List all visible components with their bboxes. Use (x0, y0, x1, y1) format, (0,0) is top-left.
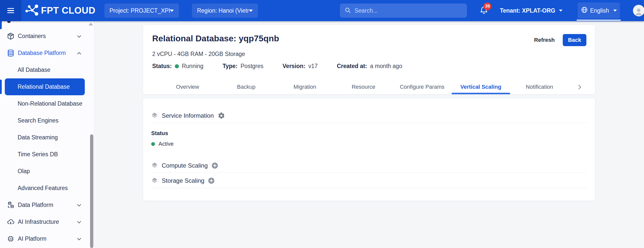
sidebar-item-data-streaming[interactable]: Data Streaming (0, 129, 94, 146)
tab-resource[interactable]: Resource (334, 80, 393, 94)
brand-logo[interactable]: FPT CLOUD (25, 4, 95, 17)
sidebar-scroll-up-arrow[interactable] (89, 23, 93, 25)
section-divider (151, 173, 587, 173)
cloud-ai-icon (7, 218, 15, 226)
compute-scaling-section: Compute Scaling (151, 159, 587, 173)
tenant-label: Tenant: XPLAT-ORG (500, 7, 555, 14)
add-storage-scaling-button[interactable] (208, 177, 215, 184)
sidebar-item-ai-infrastructure[interactable]: AI Infrastructure (0, 213, 94, 230)
sidebar-item-containers[interactable]: Containers (0, 28, 94, 45)
sidebar-item-non-relational-database[interactable]: Non-Relational Database (0, 95, 94, 112)
sidebar-item-advanced-features[interactable]: Advanced Features (0, 180, 94, 197)
created-at-value: a month ago (370, 63, 402, 70)
chevron-down-icon (77, 219, 81, 223)
meta-version: Version: v17 (283, 63, 318, 70)
chevron-down-icon (77, 236, 81, 240)
hamburger-icon (7, 8, 14, 13)
tab-overview[interactable]: Overview (158, 80, 217, 94)
tab-bar: Overview Backup Migration Resource Confi… (143, 80, 595, 94)
status-value: Running (182, 63, 204, 70)
created-at-label: Created at: (337, 63, 367, 70)
add-compute-scaling-button[interactable] (212, 162, 218, 169)
chevron-down-icon (77, 34, 81, 38)
sidebar-item-label: AI Infrastructure (18, 219, 78, 225)
panel-status-label: Status (151, 130, 587, 137)
plus-circle-icon (212, 162, 218, 169)
notifications-button[interactable]: 39 (479, 6, 488, 16)
sidebar-menu: Containers Database Platform All Databas… (0, 21, 94, 247)
sidebar-item-label: Non-Relational Database (18, 100, 82, 107)
gear-icon (218, 112, 225, 119)
tab-configure-params[interactable]: Configure Params (393, 80, 452, 94)
sidebar-item-database-platform[interactable]: Database Platform (0, 45, 94, 61)
project-selector-value: Project: PROJECT_XPL... (109, 7, 170, 14)
search-input[interactable] (354, 7, 462, 14)
chip-icon: AI (7, 235, 15, 243)
instance-meta-row: Status: Running Type: Postgres Version: … (143, 57, 595, 70)
header-actions: Refresh Back (534, 34, 586, 46)
service-settings-button[interactable] (218, 112, 225, 119)
plus-circle-icon (208, 177, 215, 184)
caret-down-icon (249, 10, 253, 12)
language-label: English (590, 7, 609, 14)
sidebar-item-label: Olap (18, 168, 80, 175)
sidebar-item-label: Relational Database (18, 83, 71, 90)
sidebar-item-time-series-db[interactable]: Time Series DB (0, 146, 94, 163)
storage-scaling-section: Storage Scaling (151, 173, 587, 188)
sidebar-item-label: Time Series DB (18, 151, 80, 158)
project-selector[interactable]: Project: PROJECT_XPL... (104, 4, 179, 18)
sidebar-item-relational-database[interactable]: Relational Database (5, 78, 85, 95)
sidebar-item-label: AI Platform (18, 235, 78, 242)
vertical-scaling-panel: Service Information Status Active Comput… (143, 98, 595, 201)
section-title: Service Information (162, 112, 214, 119)
refresh-button[interactable]: Refresh (534, 37, 555, 43)
sidebar-item-data-platform[interactable]: Data Platform (0, 197, 94, 213)
version-value: v17 (308, 63, 318, 70)
sidebar-item-search-engines[interactable]: Search Engines (0, 112, 94, 129)
status-label: Status: (152, 63, 172, 70)
status-dot-icon (175, 64, 179, 68)
layers-icon (151, 162, 158, 170)
back-button[interactable]: Back (563, 34, 586, 46)
tenant-selector[interactable]: Tenant: XPLAT-ORG (500, 7, 562, 14)
top-navbar: FPT CLOUD Project: PROJECT_XPL... Region… (0, 0, 644, 21)
sidebar-item-label: Data Platform (18, 202, 78, 208)
layers-icon (151, 112, 158, 120)
type-label: Type: (223, 63, 238, 70)
sidebar-item-partial-icon (7, 21, 11, 23)
database-header-card: Relational Database: yqp75qnb Refresh Ba… (143, 25, 595, 95)
fpt-molecule-icon (25, 4, 38, 17)
notification-count-badge: 39 (484, 3, 491, 10)
page-title: Relational Database: yqp75qnb (152, 34, 279, 43)
tab-vertical-scaling[interactable]: Vertical Scaling (452, 80, 510, 94)
region-selector[interactable]: Region: Hanoi (Vietna... (192, 4, 258, 18)
search-icon (344, 7, 351, 15)
globe-icon (581, 6, 588, 15)
tabs-overflow-button[interactable] (569, 80, 589, 94)
sidebar-item-label: Database Platform (18, 50, 78, 56)
sidebar-item-label: Containers (18, 33, 78, 40)
menu-toggle-button[interactable] (0, 0, 21, 21)
chevron-up-icon (77, 52, 81, 56)
tab-notification[interactable]: Notification (510, 80, 569, 94)
sidebar-item-olap[interactable]: Olap (0, 163, 94, 180)
language-selector-wrap: English (578, 3, 620, 19)
sidebar-item-label: Advanced Features (18, 185, 80, 192)
language-selector[interactable]: English (578, 3, 620, 19)
caret-down-icon (170, 10, 174, 12)
sidebar-item-label: All Database (18, 67, 80, 73)
meta-status: Status: Running (152, 63, 204, 70)
sidebar-item-label: Data Streaming (18, 134, 80, 141)
user-menu[interactable] (633, 5, 644, 16)
sidebar-item-all-database[interactable]: All Database (0, 61, 94, 78)
service-information-section: Service Information (151, 109, 587, 123)
sidebar-item-ai-platform[interactable]: AI AI Platform (0, 230, 94, 247)
section-divider (151, 123, 587, 123)
sidebar-item-label: Search Engines (18, 117, 80, 124)
tab-migration[interactable]: Migration (275, 80, 334, 94)
global-search[interactable] (340, 4, 467, 18)
brand-name: FPT CLOUD (41, 5, 95, 16)
bell-icon (479, 11, 488, 16)
instance-specs: 2 vCPU - 4GB RAM - 20GB Storage (143, 46, 595, 57)
tab-backup[interactable]: Backup (217, 80, 275, 94)
